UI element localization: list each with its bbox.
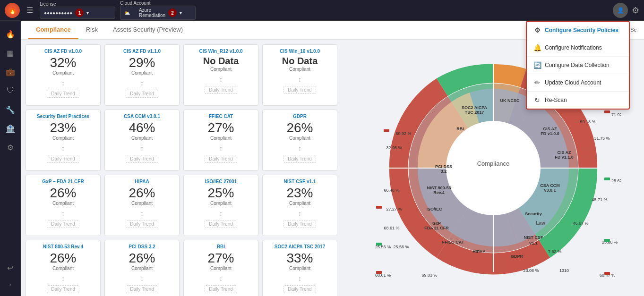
card-label: Compliant bbox=[289, 67, 310, 72]
sidebar-item-back[interactable]: ↩ bbox=[2, 259, 19, 276]
tab-compliance[interactable]: Compliance bbox=[28, 21, 78, 39]
card-label: Compliant bbox=[131, 266, 153, 271]
svg-rect-59 bbox=[376, 271, 382, 274]
svg-text:46.67 %: 46.67 % bbox=[573, 221, 588, 226]
compliance-card[interactable]: CIS AZ FD v1.0.0 32% Compliant ↕ Daily T… bbox=[26, 44, 101, 106]
svg-text:CIS AZ: CIS AZ bbox=[557, 150, 571, 155]
compliance-card[interactable]: NIST CSF v1.1 23% Compliant ↕ Daily Tren… bbox=[262, 175, 337, 236]
svg-text:71.92 %: 71.92 % bbox=[611, 112, 621, 117]
card-title: SOC2 AICPA TSC 2017 bbox=[266, 244, 333, 249]
user-avatar[interactable]: 👤 bbox=[613, 3, 628, 18]
compliance-card[interactable]: ISO/IEC 27001 25% Compliant ↕ Daily Tren… bbox=[183, 175, 258, 236]
card-arrow: ↕ bbox=[219, 210, 223, 217]
compliance-card[interactable]: HIPAA 26% Compliant ↕ Daily Trend bbox=[104, 175, 180, 236]
tab-assets-security[interactable]: Assets Security (Preview) bbox=[105, 21, 190, 39]
card-trend: Daily Trend bbox=[283, 155, 316, 163]
card-label: Compliant bbox=[289, 201, 310, 206]
card-arrow: ↕ bbox=[219, 76, 223, 83]
card-percent: 25% bbox=[207, 186, 234, 201]
svg-text:NIST 800-53: NIST 800-53 bbox=[427, 186, 451, 190]
svg-text:v3.0.1: v3.0.1 bbox=[544, 188, 556, 193]
svg-text:v1.1: v1.1 bbox=[529, 241, 538, 245]
compliance-card[interactable]: GxP – FDA 21 CFR 26% Compliant ↕ Daily T… bbox=[26, 175, 101, 236]
card-trend: Daily Trend bbox=[126, 155, 158, 163]
sidebar-item-bank[interactable]: 🏦 bbox=[2, 120, 19, 137]
card-arrow: ↕ bbox=[61, 79, 65, 87]
sidebar-item-briefcase[interactable]: 💼 bbox=[2, 63, 19, 80]
card-percent: 26% bbox=[286, 121, 313, 135]
dropdown-item-configure-security[interactable]: ⚙ Configure Security Policies bbox=[527, 22, 629, 39]
configure-security-icon: ⚙ bbox=[533, 26, 541, 34]
compliance-card[interactable]: SOC2 AICPA TSC 2017 33% Compliant ↕ Dail… bbox=[262, 240, 337, 296]
svg-text:FD v1.0.0: FD v1.0.0 bbox=[541, 131, 559, 136]
card-trend: Daily Trend bbox=[205, 220, 237, 228]
card-title: ISO/IEC 27001 bbox=[188, 179, 254, 184]
svg-text:ISO/IEC: ISO/IEC bbox=[426, 207, 442, 211]
card-arrow: ↕ bbox=[298, 144, 301, 152]
svg-text:RBI: RBI bbox=[456, 127, 464, 131]
svg-rect-61 bbox=[384, 129, 389, 132]
compliance-card[interactable]: GDPR 26% Compliant ↕ Daily Trend bbox=[262, 110, 337, 171]
card-arrow: ↕ bbox=[61, 275, 65, 282]
svg-text:GDPR: GDPR bbox=[510, 254, 523, 259]
compliance-card[interactable]: CSA CCM v3.0.1 46% Compliant ↕ Daily Tre… bbox=[104, 110, 180, 171]
compliance-card[interactable]: PCI DSS 3.2 26% Compliant ↕ Daily Trend bbox=[104, 240, 180, 296]
cloud-account-dropdown[interactable]: ⛅ Azure Remediation 2 ▾ bbox=[120, 6, 196, 20]
compliance-card[interactable]: CIS AZ FD v1.1.0 29% Compliant ↕ Daily T… bbox=[104, 44, 180, 106]
card-percent: 27% bbox=[207, 121, 234, 135]
svg-text:GxP: GxP bbox=[432, 221, 440, 226]
card-trend: Daily Trend bbox=[126, 285, 158, 293]
compliance-card[interactable]: NIST 800-53 Rev.4 26% Compliant ↕ Daily … bbox=[26, 240, 101, 296]
dropdown-item-configure-data-collection[interactable]: 🔄 Configure Data Collection bbox=[527, 57, 629, 74]
menu-icon[interactable]: ☰ bbox=[25, 4, 35, 17]
svg-text:68.61 %: 68.61 % bbox=[384, 226, 399, 230]
card-label: Compliant bbox=[210, 67, 232, 72]
dropdown-item-rescan[interactable]: ↻ Re-Scan bbox=[527, 92, 629, 109]
license-dropdown[interactable]: ●●●●●●●●●● 1 ▾ bbox=[40, 7, 115, 19]
card-nodata: No Data bbox=[203, 56, 239, 67]
settings-icon[interactable]: ⚙ bbox=[632, 5, 639, 16]
svg-text:UK NCSC: UK NCSC bbox=[500, 98, 520, 103]
card-arrow: ↕ bbox=[140, 144, 144, 152]
svg-text:32.95 %: 32.95 % bbox=[386, 145, 402, 150]
card-title: Security Best Practices bbox=[30, 114, 96, 119]
sidebar-expand[interactable]: › bbox=[2, 278, 19, 291]
sidebar-item-dashboard[interactable]: ▦ bbox=[2, 44, 19, 61]
card-percent: 26% bbox=[129, 251, 155, 266]
compliance-card[interactable]: RBI 27% Compliant ↕ Daily Trend bbox=[183, 240, 258, 296]
card-title: CIS Win_16 v1.0.0 bbox=[266, 49, 333, 54]
svg-text:FFIEC CAT: FFIEC CAT bbox=[442, 240, 464, 245]
card-arrow: ↕ bbox=[298, 275, 301, 282]
tab-risk[interactable]: Risk bbox=[78, 21, 105, 39]
card-percent: 46% bbox=[129, 121, 155, 135]
card-percent: 26% bbox=[50, 251, 76, 266]
compliance-card[interactable]: CIS Win_R12 v1.0.0 No Data Compliant ↕ D… bbox=[183, 44, 258, 106]
svg-text:HIPAA: HIPAA bbox=[472, 249, 486, 254]
card-title: HIPAA bbox=[109, 179, 175, 184]
card-percent: 26% bbox=[50, 186, 76, 201]
compliance-card[interactable]: CIS Win_16 v1.0.0 No Data Compliant ↕ Da… bbox=[262, 44, 337, 106]
card-trend: Daily Trend bbox=[47, 90, 79, 98]
card-arrow: ↕ bbox=[219, 275, 223, 282]
sidebar-item-home[interactable]: 🔥 bbox=[2, 25, 19, 42]
card-title: NIST CSF v1.1 bbox=[266, 179, 333, 184]
card-percent: 23% bbox=[50, 121, 76, 135]
sidebar-item-wrench[interactable]: 🔧 bbox=[2, 101, 19, 118]
card-title: FFIEC CAT bbox=[188, 114, 254, 119]
cloud-icon: ⛅ bbox=[124, 10, 136, 16]
compliance-card[interactable]: Security Best Practices 23% Compliant ↕ … bbox=[26, 110, 101, 171]
svg-rect-58 bbox=[604, 272, 610, 275]
dropdown-item-configure-notifications[interactable]: 🔔 Configure Notifications bbox=[527, 39, 629, 57]
svg-text:TSC 2017: TSC 2017 bbox=[464, 110, 484, 115]
sidebar-item-shield[interactable]: 🛡 bbox=[2, 82, 19, 99]
update-cloud-account-label: Update Cloud Account bbox=[545, 79, 601, 86]
svg-text:23.08 %: 23.08 % bbox=[523, 268, 539, 273]
compliance-card[interactable]: FFIEC CAT 27% Compliant ↕ Daily Trend bbox=[183, 110, 258, 171]
card-title: NIST 800-53 Rev.4 bbox=[30, 244, 96, 249]
card-label: Compliant bbox=[52, 70, 74, 76]
svg-text:1310: 1310 bbox=[559, 268, 568, 273]
sidebar-item-gear[interactable]: ⚙ bbox=[2, 139, 19, 156]
dropdown-item-update-cloud-account[interactable]: ✏ Update Cloud Account bbox=[527, 74, 629, 92]
license-badge: 1 bbox=[75, 8, 84, 17]
card-trend: Daily Trend bbox=[283, 285, 316, 293]
